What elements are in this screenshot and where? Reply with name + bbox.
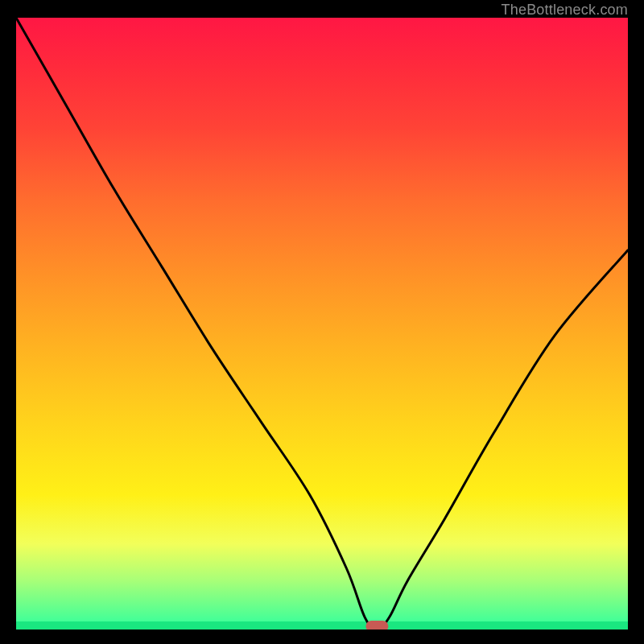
watermark-text: TheBottleneck.com: [502, 2, 628, 19]
plot-area: [16, 18, 628, 630]
